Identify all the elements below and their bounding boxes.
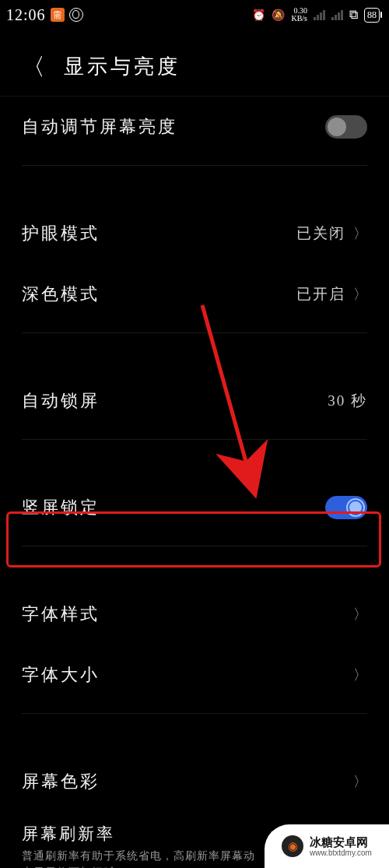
value-eye-care: 已关闭	[296, 223, 345, 244]
chevron-right-icon: 〉	[353, 605, 367, 624]
watermark-line2: www.btxtdmy.com	[310, 849, 372, 858]
app-badge-icon: 需	[51, 8, 65, 22]
chevron-right-icon: 〉	[353, 772, 367, 791]
label-font-size: 字体大小	[22, 663, 100, 687]
row-font-style[interactable]: 字体样式 〉	[0, 584, 389, 645]
subtitle-refresh-rate: 普通刷新率有助于系统省电，高刷新率屏幕动态显示将更加细腻。	[22, 848, 263, 868]
status-bar: 12:06 需 ⏰ 🔕 0.30 KB/s ⧉ 88	[0, 0, 389, 30]
row-font-size[interactable]: 字体大小 〉	[0, 645, 389, 705]
watermark-line1: 冰糖安卓网	[310, 835, 372, 849]
alarm-icon: ⏰	[252, 9, 265, 22]
row-eye-care[interactable]: 护眼模式 已关闭 〉	[0, 203, 389, 264]
chevron-right-icon: 〉	[353, 666, 367, 684]
row-dark-mode[interactable]: 深色模式 已开启 〉	[0, 264, 389, 325]
network-rate: 0.30 KB/s	[291, 7, 307, 23]
globe-icon	[69, 8, 83, 22]
row-auto-lock[interactable]: 自动锁屏 30 秒	[0, 371, 389, 431]
dnd-icon: 🔕	[272, 9, 285, 22]
chevron-right-icon: 〉	[353, 285, 367, 304]
label-eye-care: 护眼模式	[22, 222, 100, 245]
row-portrait-lock[interactable]: 竖屏锁定	[0, 477, 389, 538]
chevron-right-icon: 〉	[353, 224, 367, 243]
signal-icon-2	[331, 9, 343, 20]
label-dark-mode: 深色模式	[22, 283, 100, 306]
value-dark-mode: 已开启	[296, 284, 345, 304]
label-auto-brightness: 自动调节屏幕亮度	[22, 115, 177, 139]
page-title: 显示与亮度	[64, 53, 180, 80]
page-header: 〈 显示与亮度	[0, 30, 389, 96]
label-screen-color: 屏幕色彩	[22, 770, 100, 793]
watermark-icon: ◉	[282, 835, 303, 857]
wifi-icon: ⧉	[349, 8, 358, 22]
toggle-portrait-lock[interactable]	[325, 496, 367, 519]
back-button[interactable]: 〈	[22, 55, 45, 79]
toggle-auto-brightness[interactable]	[325, 115, 367, 139]
value-auto-lock: 30 秒	[328, 391, 367, 411]
row-auto-brightness[interactable]: 自动调节屏幕亮度	[0, 97, 389, 157]
battery-indicator: 88	[364, 8, 380, 23]
label-refresh-rate: 屏幕刷新率	[22, 823, 263, 845]
signal-icon-1	[314, 9, 325, 20]
watermark: ◉ 冰糖安卓网 www.btxtdmy.com	[265, 824, 389, 868]
label-auto-lock: 自动锁屏	[22, 389, 100, 413]
status-time: 12:06	[6, 6, 46, 24]
row-screen-color[interactable]: 屏幕色彩 〉	[0, 751, 389, 812]
label-font-style: 字体样式	[22, 603, 100, 626]
label-portrait-lock: 竖屏锁定	[22, 496, 100, 519]
